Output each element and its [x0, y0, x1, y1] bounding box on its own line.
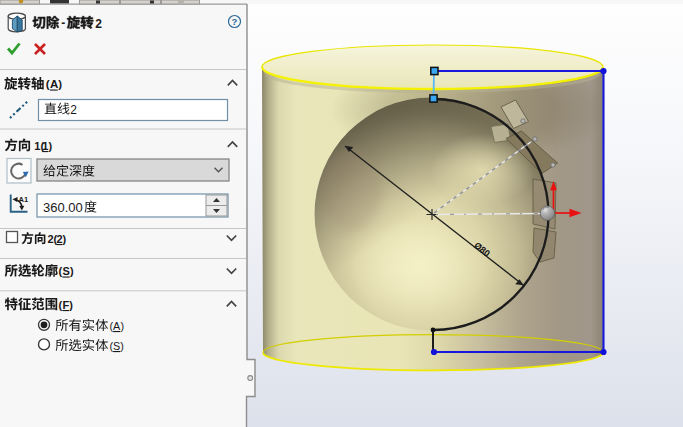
svg-text:2: 2 [70, 103, 77, 117]
svg-text:): ) [58, 78, 62, 90]
svg-text:): ) [70, 265, 74, 277]
svg-text:): ) [69, 299, 73, 311]
svg-text:S: S [113, 340, 120, 352]
svg-text:-: - [61, 16, 65, 30]
svg-text:S: S [62, 265, 69, 277]
svg-text:): ) [120, 340, 124, 352]
svg-text:A: A [50, 78, 58, 90]
svg-text:): ) [48, 140, 52, 152]
svg-text:360.00: 360.00 [43, 200, 83, 215]
svg-text:A1: A1 [19, 195, 29, 204]
svg-text:2: 2 [95, 17, 102, 31]
svg-text:): ) [63, 233, 67, 245]
svg-text:): ) [121, 320, 125, 332]
svg-text:?: ? [232, 16, 238, 27]
